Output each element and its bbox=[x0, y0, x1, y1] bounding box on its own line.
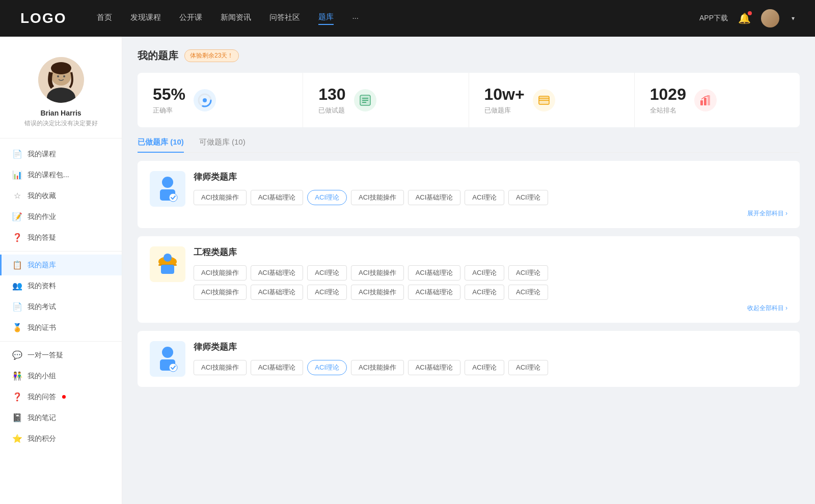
tag-1-3[interactable]: ACI技能操作 bbox=[351, 265, 404, 281]
tabs-row: 已做题库 (10) 可做题库 (10) bbox=[138, 137, 800, 153]
stats-row: 55% 正确率 130 已做试题 bbox=[138, 73, 800, 127]
svg-rect-20 bbox=[708, 95, 710, 105]
stat-accuracy-content: 55% 正确率 bbox=[153, 85, 185, 115]
nav-qa[interactable]: 问答社区 bbox=[269, 13, 300, 24]
my-qa-icon: ❓ bbox=[12, 392, 22, 402]
qbank-card-lawyer-3: 律师类题库 ACI技能操作 ACI基础理论 ACI理论 ACI技能操作 ACI基… bbox=[138, 331, 800, 387]
user-avatar-nav[interactable] bbox=[761, 9, 779, 27]
tag-1-r2-3[interactable]: ACI技能操作 bbox=[351, 285, 404, 300]
tab-done-banks[interactable]: 已做题库 (10) bbox=[138, 137, 184, 152]
app-download-link[interactable]: APP下载 bbox=[699, 14, 728, 23]
navbar: LOGO 首页 发现课程 公开课 新闻资讯 问答社区 题库 ··· APP下载 … bbox=[0, 0, 815, 37]
sidebar-item-questionbank[interactable]: 📋 我的题库 bbox=[0, 255, 122, 275]
sidebar-item-courses[interactable]: 📄 我的课程 bbox=[0, 144, 122, 164]
nav-open-course[interactable]: 公开课 bbox=[179, 13, 202, 24]
sidebar-item-exam[interactable]: 📄 我的考试 bbox=[0, 296, 122, 317]
sidebar-item-certificate[interactable]: 🏅 我的证书 bbox=[0, 317, 122, 338]
tag-2-1[interactable]: ACI基础理论 bbox=[251, 360, 304, 375]
tag-0-0[interactable]: ACI技能操作 bbox=[194, 190, 247, 205]
sidebar: Brian Harris 错误的决定比没有决定要好 📄 我的课程 📊 我的课程包… bbox=[0, 37, 122, 504]
nav-news[interactable]: 新闻资讯 bbox=[221, 13, 251, 24]
svg-point-29 bbox=[162, 347, 173, 358]
sidebar-item-profile[interactable]: 👥 我的资料 bbox=[0, 275, 122, 296]
stat-done-banks-icon bbox=[533, 89, 555, 111]
tag-2-0[interactable]: ACI技能操作 bbox=[194, 360, 247, 375]
group-icon: 👫 bbox=[12, 371, 22, 381]
tag-0-3[interactable]: ACI技能操作 bbox=[351, 190, 404, 205]
sidebar-item-notes[interactable]: 📓 我的笔记 bbox=[0, 407, 122, 428]
tag-1-5[interactable]: ACI理论 bbox=[465, 265, 504, 281]
qbank-body-2: 工程类题库 ACI技能操作 ACI基础理论 ACI理论 ACI技能操作 ACI基… bbox=[194, 246, 787, 313]
svg-point-27 bbox=[164, 254, 172, 262]
logo[interactable]: LOGO bbox=[20, 10, 66, 26]
sidebar-item-group[interactable]: 👫 我的小组 bbox=[0, 366, 122, 386]
stat-done-questions-value: 130 bbox=[318, 85, 345, 104]
stat-rank: 1029 全站排名 bbox=[635, 73, 800, 127]
profile-icon: 👥 bbox=[12, 281, 22, 291]
tag-2-3[interactable]: ACI技能操作 bbox=[351, 360, 404, 375]
qa-icon: ❓ bbox=[12, 233, 22, 242]
stat-done-questions: 130 已做试题 bbox=[303, 73, 469, 127]
tag-1-6[interactable]: ACI理论 bbox=[508, 265, 548, 281]
svg-point-4 bbox=[57, 75, 59, 77]
nav-discover[interactable]: 发现课程 bbox=[130, 13, 161, 24]
sidebar-item-qa[interactable]: ❓ 我的答疑 bbox=[0, 227, 122, 248]
menu-divider-1 bbox=[0, 251, 122, 251]
tag-2-6[interactable]: ACI理论 bbox=[508, 360, 548, 375]
sidebar-item-homework[interactable]: 📝 我的作业 bbox=[0, 206, 122, 227]
tag-0-5[interactable]: ACI理论 bbox=[465, 190, 504, 205]
notification-badge bbox=[748, 11, 752, 15]
expand-link-1[interactable]: 展开全部科目 › bbox=[194, 209, 787, 218]
tag-1-r2-5[interactable]: ACI理论 bbox=[465, 285, 504, 300]
qbank-title-3: 律师类题库 bbox=[194, 341, 787, 353]
stat-accuracy-icon bbox=[194, 89, 216, 111]
tag-1-0[interactable]: ACI技能操作 bbox=[194, 265, 247, 281]
collapse-link-2[interactable]: 收起全部科目 › bbox=[194, 304, 787, 313]
tag-1-1[interactable]: ACI基础理论 bbox=[251, 265, 304, 281]
tag-0-1[interactable]: ACI基础理论 bbox=[251, 190, 304, 205]
tag-1-r2-4[interactable]: ACI基础理论 bbox=[408, 285, 461, 300]
page-header: 我的题库 体验剩余23天！ bbox=[138, 49, 800, 63]
tag-1-r2-2[interactable]: ACI理论 bbox=[307, 285, 347, 300]
qbank-tags-row2: ACI技能操作 ACI基础理论 ACI理论 ACI技能操作 ACI基础理论 AC… bbox=[194, 285, 787, 300]
tag-1-r2-1[interactable]: ACI基础理论 bbox=[251, 285, 304, 300]
courses-icon: 📄 bbox=[12, 149, 22, 159]
stat-rank-icon bbox=[694, 89, 717, 111]
tag-1-r2-0[interactable]: ACI技能操作 bbox=[194, 285, 247, 300]
tag-2-2[interactable]: ACI理论 bbox=[307, 360, 347, 375]
svg-rect-18 bbox=[700, 100, 703, 105]
tag-1-2[interactable]: ACI理论 bbox=[307, 265, 347, 281]
main-content: 我的题库 体验剩余23天！ 55% 正确率 bbox=[122, 37, 815, 504]
qbank-body-1: 律师类题库 ACI技能操作 ACI基础理论 ACI理论 ACI技能操作 ACI基… bbox=[194, 171, 787, 218]
sidebar-item-one-on-one[interactable]: 💬 一对一答疑 bbox=[0, 345, 122, 366]
tag-2-5[interactable]: ACI理论 bbox=[465, 360, 504, 375]
svg-point-3 bbox=[51, 62, 71, 74]
stat-done-questions-icon bbox=[354, 89, 376, 111]
certificate-icon: 🏅 bbox=[12, 323, 22, 332]
qbank-header-3: 律师类题库 ACI技能操作 ACI基础理论 ACI理论 ACI技能操作 ACI基… bbox=[150, 341, 787, 377]
tag-1-r2-6[interactable]: ACI理论 bbox=[508, 285, 548, 300]
sidebar-item-course-package[interactable]: 📊 我的课程包... bbox=[0, 164, 122, 185]
sidebar-item-favorites[interactable]: ☆ 我的收藏 bbox=[0, 185, 122, 206]
tag-0-6[interactable]: ACI理论 bbox=[508, 190, 548, 205]
tab-available-banks[interactable]: 可做题库 (10) bbox=[199, 137, 246, 152]
sidebar-item-points[interactable]: ⭐ 我的积分 bbox=[0, 428, 122, 449]
nav-questionbank[interactable]: 题库 bbox=[318, 12, 334, 25]
svg-point-23 bbox=[169, 193, 177, 202]
tag-2-4[interactable]: ACI基础理论 bbox=[408, 360, 461, 375]
tag-1-4[interactable]: ACI基础理论 bbox=[408, 265, 461, 281]
tag-0-2[interactable]: ACI理论 bbox=[307, 190, 347, 205]
avatar-image bbox=[761, 9, 779, 27]
sidebar-item-my-qa[interactable]: ❓ 我的问答 bbox=[0, 386, 122, 407]
nav-home[interactable]: 首页 bbox=[97, 13, 112, 24]
stat-done-banks-content: 10w+ 已做题库 bbox=[484, 85, 525, 115]
qbank-header-2: 工程类题库 ACI技能操作 ACI基础理论 ACI理论 ACI技能操作 ACI基… bbox=[150, 246, 787, 313]
stat-rank-value: 1029 bbox=[650, 85, 686, 104]
stat-rank-label: 全站排名 bbox=[650, 106, 686, 115]
notification-bell[interactable]: 🔔 bbox=[738, 12, 751, 24]
tag-0-4[interactable]: ACI基础理论 bbox=[408, 190, 461, 205]
qa-red-dot bbox=[62, 395, 66, 399]
nav-more[interactable]: ··· bbox=[352, 13, 359, 24]
qbank-card-lawyer-1: 律师类题库 ACI技能操作 ACI基础理论 ACI理论 ACI技能操作 ACI基… bbox=[138, 161, 800, 228]
user-dropdown-arrow[interactable]: ▾ bbox=[792, 15, 795, 22]
